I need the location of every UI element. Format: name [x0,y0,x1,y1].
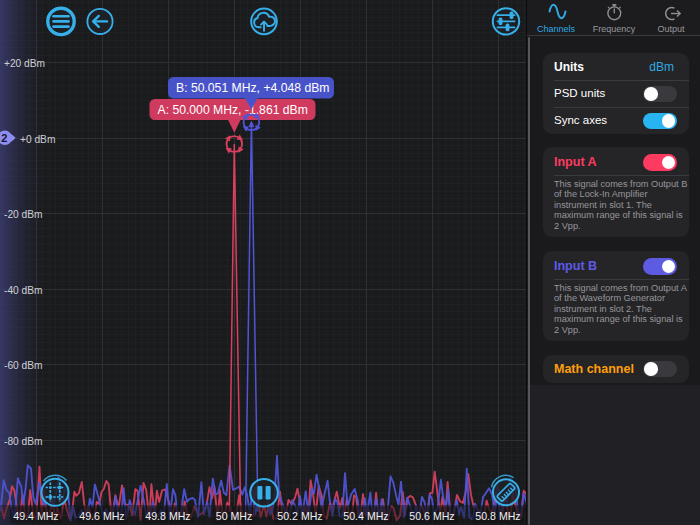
svg-text:B: 50.051 MHz, +4.048 dBm: B: 50.051 MHz, +4.048 dBm [176,81,329,95]
svg-text:49.8 MHz: 49.8 MHz [145,510,190,522]
svg-text:50.4 MHz: 50.4 MHz [343,510,388,522]
svg-text:49.4 MHz: 49.4 MHz [13,510,58,522]
svg-text:50.6 MHz: 50.6 MHz [409,510,454,522]
svg-text:49.6 MHz: 49.6 MHz [79,510,124,522]
svg-text:-60 dBm: -60 dBm [4,360,43,371]
svg-text:-80 dBm: -80 dBm [4,436,43,447]
svg-text:50.2 MHz: 50.2 MHz [277,510,322,522]
svg-text:50 MHz: 50 MHz [216,510,253,522]
svg-text:-20 dBm: -20 dBm [4,209,43,220]
svg-text:2: 2 [1,132,7,144]
svg-text:50.8 MHz: 50.8 MHz [475,510,520,522]
svg-text:+0 dBm: +0 dBm [20,134,55,145]
svg-text:A: 50.000 MHz, -1.861 dBm: A: 50.000 MHz, -1.861 dBm [158,103,308,117]
svg-text:-40 dBm: -40 dBm [4,285,43,296]
svg-text:+20 dBm: +20 dBm [4,58,45,69]
